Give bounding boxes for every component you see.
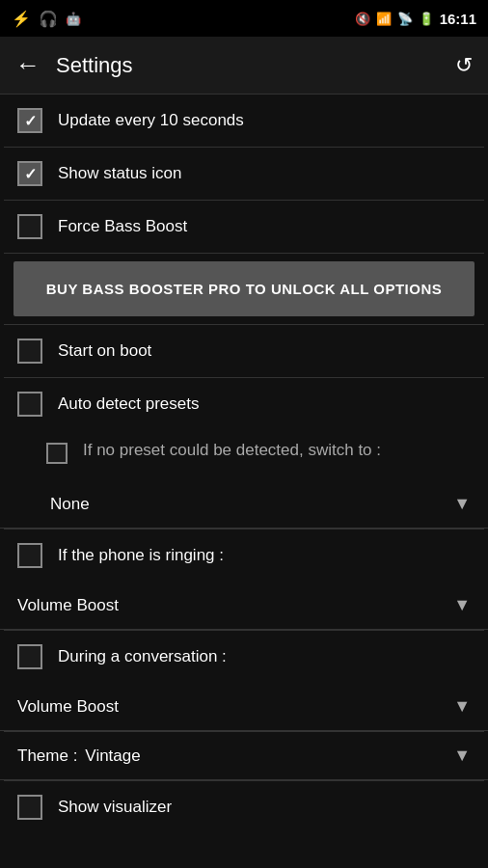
force-bass-boost-row[interactable]: Force Bass Boost	[0, 201, 488, 253]
status-bar-left: ⚡ 🎧 🤖	[12, 10, 81, 28]
show-visualizer-checkbox[interactable]	[17, 795, 42, 820]
page-title: Settings	[56, 53, 455, 78]
force-bass-boost-checkbox[interactable]	[17, 214, 42, 239]
mute-icon: 🔇	[355, 12, 370, 26]
phone-ringing-value: Volume Boost	[17, 596, 453, 615]
conversation-dropdown[interactable]: Volume Boost ▼	[0, 683, 488, 730]
status-bar-right: 🔇 📶 📡 🔋 16:11	[355, 11, 476, 27]
back-button[interactable]: ←	[15, 50, 41, 80]
theme-row[interactable]: Theme : Vintage ▼	[0, 732, 488, 780]
start-on-boot-checkbox[interactable]	[17, 339, 42, 364]
battery-icon: 🔋	[419, 12, 434, 26]
update-every-checkbox[interactable]	[17, 108, 42, 133]
status-time: 16:11	[440, 11, 476, 27]
conversation-arrow-icon: ▼	[453, 696, 471, 717]
conversation-dropdown-container: Volume Boost ▼	[0, 683, 488, 731]
phone-ringing-checkbox[interactable]	[17, 543, 42, 568]
theme-label: Theme :	[17, 746, 77, 766]
update-every-row[interactable]: Update every 10 seconds	[0, 95, 488, 147]
divider-3	[4, 253, 484, 254]
start-on-boot-label: Start on boot	[58, 340, 151, 362]
during-conversation-checkbox[interactable]	[17, 644, 42, 669]
theme-arrow-icon: ▼	[453, 746, 471, 766]
if-no-preset-checkbox[interactable]	[46, 443, 68, 464]
show-status-icon-checkbox[interactable]	[17, 161, 42, 186]
show-status-icon-row[interactable]: Show status icon	[0, 148, 488, 200]
buy-button-label: BUY BASS BOOSTER PRO TO UNLOCK ALL OPTIO…	[25, 279, 463, 299]
usb-icon: ⚡	[12, 10, 31, 28]
headset-icon: 🎧	[39, 10, 58, 28]
during-conversation-row[interactable]: During a conversation :	[0, 631, 488, 683]
settings-content: Update every 10 seconds Show status icon…	[0, 95, 488, 833]
during-conversation-label: During a conversation :	[58, 646, 227, 667]
theme-value: Vintage	[85, 746, 453, 766]
no-preset-dropdown[interactable]: None ▼	[0, 480, 488, 528]
no-preset-value: None	[50, 495, 453, 514]
if-no-preset-row[interactable]: If no preset could be detected, switch t…	[0, 430, 488, 480]
auto-detect-presets-row[interactable]: Auto detect presets	[0, 378, 488, 430]
conversation-value: Volume Boost	[17, 697, 453, 717]
show-visualizer-label: Show visualizer	[58, 797, 172, 818]
no-preset-arrow-icon: ▼	[453, 494, 471, 514]
phone-ringing-dropdown[interactable]: Volume Boost ▼	[0, 582, 488, 629]
phone-ringing-arrow-icon: ▼	[453, 595, 471, 615]
status-bar: ⚡ 🎧 🤖 🔇 📶 📡 🔋 16:11	[0, 0, 488, 37]
auto-detect-presets-checkbox[interactable]	[17, 392, 42, 417]
phone-ringing-label: If the phone is ringing :	[58, 545, 224, 566]
buy-button[interactable]: BUY BASS BOOSTER PRO TO UNLOCK ALL OPTIO…	[14, 261, 474, 316]
phone-ringing-row[interactable]: If the phone is ringing :	[0, 529, 488, 582]
refresh-button[interactable]: ↺	[455, 53, 473, 78]
android-icon: 🤖	[66, 12, 81, 26]
show-status-icon-label: Show status icon	[58, 163, 182, 184]
no-preset-dropdown-container: None ▼	[0, 480, 488, 529]
toolbar: ← Settings ↺	[0, 37, 488, 95]
force-bass-boost-label: Force Bass Boost	[58, 216, 187, 237]
show-visualizer-row[interactable]: Show visualizer	[0, 781, 488, 833]
auto-detect-presets-label: Auto detect presets	[58, 393, 199, 415]
start-on-boot-row[interactable]: Start on boot	[0, 325, 488, 377]
wifi-icon: 📶	[376, 12, 392, 26]
if-no-preset-label: If no preset could be detected, switch t…	[83, 440, 381, 461]
update-every-label: Update every 10 seconds	[58, 110, 244, 131]
phone-ringing-dropdown-container: Volume Boost ▼	[0, 582, 488, 630]
signal-icon: 📡	[397, 12, 413, 26]
